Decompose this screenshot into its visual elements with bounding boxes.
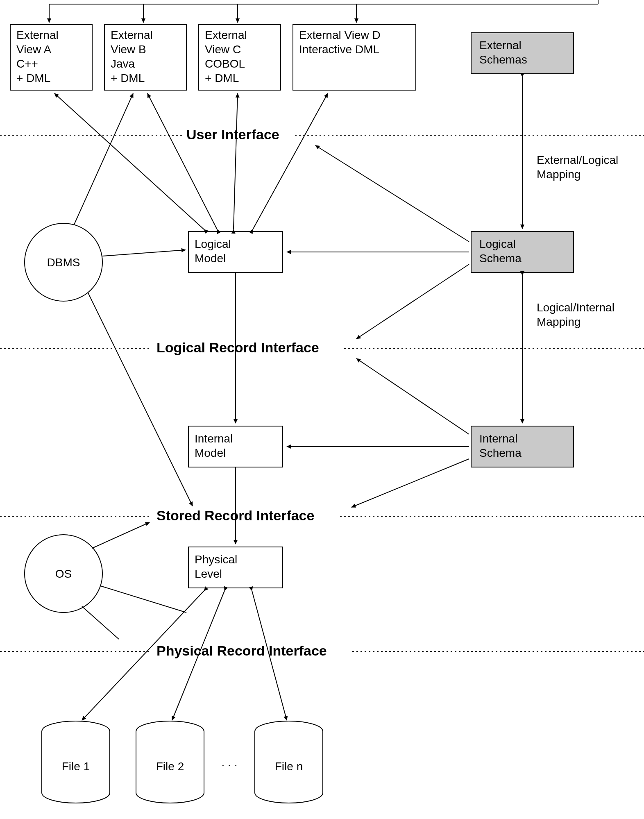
dbms-circle: DBMS — [25, 223, 102, 301]
ext-log-mapping-l2: Mapping — [537, 168, 581, 181]
text: Interactive DML — [299, 43, 379, 56]
file-n: File n — [255, 721, 323, 803]
file-2-label: File 2 — [156, 760, 184, 773]
text: External View D — [299, 29, 381, 41]
arrow-os-sri — [92, 522, 150, 548]
physical-record-interface-label: Physical Record Interface — [156, 643, 327, 658]
arrow-lm-viewC — [234, 93, 238, 229]
file-2: File 2 — [136, 721, 204, 803]
file-1-label: File 1 — [62, 760, 90, 773]
architecture-diagram: External View A C++ + DML External View … — [0, 0, 644, 819]
log-int-mapping-l2: Mapping — [537, 315, 581, 328]
logical-model: Logical Model — [188, 231, 283, 272]
text: Schema — [479, 252, 522, 265]
text: + DML — [205, 72, 239, 84]
external-view-d: External View D Interactive DML — [293, 25, 416, 90]
arrow-dbms-sri — [88, 293, 193, 506]
text: External — [205, 29, 247, 41]
text: Logical — [195, 238, 231, 250]
arrow-is-sri — [351, 459, 469, 507]
log-int-mapping-l1: Logical/Internal — [537, 301, 615, 314]
text: + DML — [16, 72, 50, 84]
external-view-b: External View B Java + DML — [104, 25, 186, 90]
external-schemas: External Schemas — [471, 33, 574, 74]
arrow-lm-viewA — [54, 93, 204, 229]
external-view-c: External View C COBOL + DML — [199, 25, 281, 90]
arrow-lm-viewD — [253, 93, 328, 229]
text: Schema — [479, 447, 522, 459]
text: COBOL — [205, 57, 245, 70]
arrow-os-down2 — [82, 606, 119, 639]
arrow-dbms-lm — [102, 250, 186, 256]
logical-record-interface-label: Logical Record Interface — [156, 340, 319, 355]
text: External — [479, 39, 522, 52]
text: Internal — [479, 432, 517, 445]
text: View B — [111, 43, 146, 56]
os-label: OS — [55, 567, 72, 580]
text: Java — [111, 57, 135, 70]
text: Level — [195, 567, 222, 580]
text: Internal — [195, 432, 233, 445]
text: Physical — [195, 553, 237, 566]
internal-schema: Internal Schema — [471, 426, 574, 467]
text: External — [16, 29, 59, 41]
logical-schema: Logical Schema — [471, 231, 574, 272]
arrow-dbms-viewB — [74, 93, 133, 225]
text: C++ — [16, 57, 38, 70]
text: + DML — [111, 72, 145, 84]
user-interface-label: User Interface — [186, 127, 279, 142]
ext-log-mapping-l1: External/Logical — [537, 154, 618, 166]
arrow-ls-lri — [356, 264, 469, 339]
dbms-label: DBMS — [47, 256, 80, 269]
arrow-ls-ui — [315, 145, 469, 242]
file-dots: . . . — [222, 756, 238, 769]
text: View A — [16, 43, 51, 56]
external-view-a: External View A C++ + DML — [10, 25, 92, 90]
file-1: File 1 — [42, 721, 110, 803]
arrow-lm-viewB — [147, 93, 217, 229]
file-n-label: File n — [275, 760, 303, 773]
os-circle: OS — [25, 535, 102, 613]
text: Model — [195, 252, 226, 265]
arrow-is-lri — [356, 358, 469, 434]
text: Model — [195, 447, 226, 459]
internal-model: Internal Model — [188, 426, 283, 467]
arrow-os-down1 — [100, 586, 186, 613]
physical-level: Physical Level — [188, 547, 283, 588]
text: Schemas — [479, 53, 527, 66]
text: View C — [205, 43, 241, 56]
text: Logical — [479, 238, 516, 250]
text: External — [111, 29, 153, 41]
